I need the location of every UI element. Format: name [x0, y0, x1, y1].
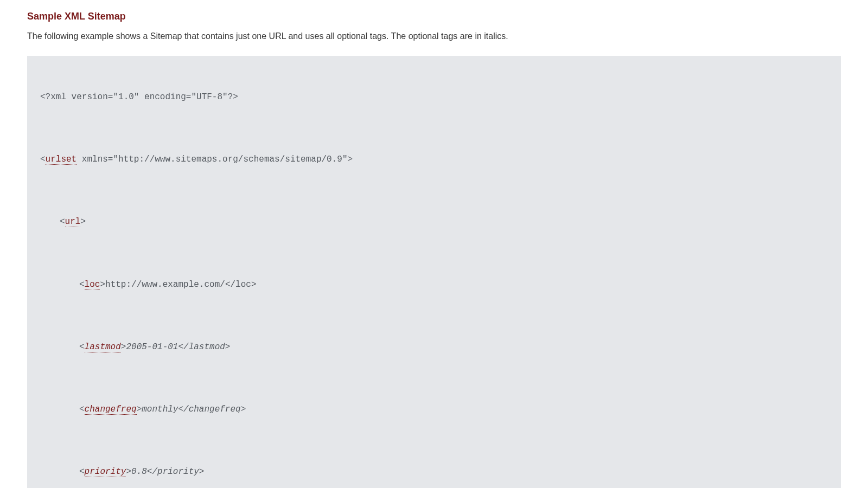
code-blank-line [40, 311, 828, 321]
code-line-priority: <priority>0.8</priority> [40, 463, 828, 480]
code-line-urlset-open: <urlset xmlns="http://www.sitemaps.org/s… [40, 151, 828, 168]
code-close-priority: </priority> [147, 467, 205, 477]
code-angle-close: > [137, 404, 142, 414]
code-close-loc: </loc> [225, 280, 257, 290]
code-tag-url: url [65, 217, 81, 227]
code-angle-close: > [80, 217, 86, 227]
code-tag-loc: loc [85, 280, 100, 290]
code-tag-urlset: urlset [46, 155, 77, 165]
code-angle-open: < [79, 467, 85, 477]
code-angle-open: < [60, 217, 65, 227]
code-angle-open: < [79, 342, 85, 352]
code-close-lastmod: </lastmod> [178, 342, 230, 352]
code-value-changefreq: monthly [142, 404, 178, 414]
code-angle-close: > [126, 467, 131, 477]
code-blank-line [40, 185, 828, 196]
code-line-url-open: <url> [40, 213, 828, 230]
code-sample-block: <?xml version="1.0" encoding="UTF-8"?> <… [27, 56, 841, 488]
code-blank-line [40, 435, 828, 446]
code-line-lastmod: <lastmod>2005-01-01</lastmod> [40, 338, 828, 356]
code-angle-open: < [79, 280, 85, 290]
code-value-lastmod: 2005-01-01 [126, 342, 178, 352]
code-close-changefreq: </changefreq> [178, 404, 246, 414]
code-angle-close: > [100, 280, 105, 290]
code-blank-line [40, 373, 828, 383]
code-tag-priority: priority [85, 467, 126, 477]
code-blank-line [40, 123, 828, 133]
code-blank-line [40, 248, 828, 258]
code-angle-open: < [40, 155, 46, 164]
code-tag-changefreq: changefreq [85, 404, 137, 415]
section-heading: Sample XML Sitemap [27, 11, 841, 22]
code-value-priority: 0.8 [131, 467, 147, 477]
code-line-loc: <loc>http://www.example.com/</loc> [40, 276, 828, 293]
code-urlset-attrs: xmlns="http://www.sitemaps.org/schemas/s… [76, 155, 353, 164]
code-line-changefreq: <changefreq>monthly</changefreq> [40, 401, 828, 418]
section-description: The following example shows a Sitemap th… [27, 30, 841, 43]
code-value-loc: http://www.example.com/ [105, 280, 225, 290]
code-line-xml-declaration: <?xml version="1.0" encoding="UTF-8"?> [40, 88, 828, 106]
code-angle-open: < [79, 404, 85, 414]
code-angle-close: > [121, 342, 126, 352]
code-tag-lastmod: lastmod [85, 342, 121, 352]
